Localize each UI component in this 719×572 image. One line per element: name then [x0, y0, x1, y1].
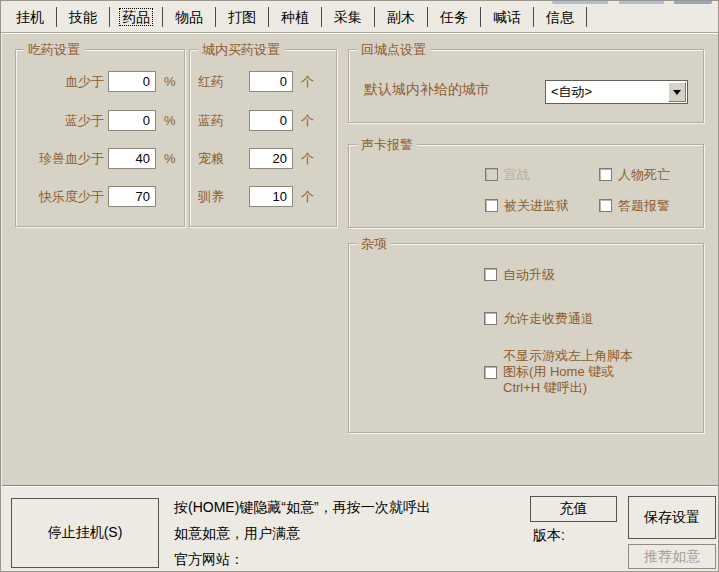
stop-afk-button[interactable]: 停止挂机(S) — [11, 498, 159, 568]
declare-war-checkbox — [485, 168, 498, 181]
hp-less-label: 血少于 — [20, 73, 104, 91]
group-eat-medicine: 吃药设置 血少于 % 蓝少于 % 珍兽血少于 % 快乐度少于 — [15, 49, 185, 227]
auto-levelup-checkbox[interactable] — [484, 268, 497, 281]
recommend-ruyi-button: 推荐如意 — [628, 544, 716, 569]
group-title: 城内买药设置 — [198, 41, 284, 59]
mp-less-label: 蓝少于 — [20, 112, 104, 130]
quiz-alarm-label[interactable]: 答题报警 — [618, 198, 670, 214]
char-death-label[interactable]: 人物死亡 — [618, 167, 670, 183]
tab-guaji[interactable]: 挂机 — [4, 7, 57, 27]
happiness-less-label: 快乐度少于 — [20, 188, 104, 206]
pet-food-unit: 个 — [301, 150, 314, 168]
blue-med-unit: 个 — [301, 112, 314, 130]
red-med-unit: 个 — [301, 73, 314, 91]
default-city-combobox[interactable]: <自动> — [545, 80, 688, 104]
checkbox-row-hide-script-icon[interactable]: 不显示游戏左上角脚本 图标(用 Home 键或 Ctrl+H 键呼出) — [484, 348, 633, 396]
taming-input[interactable] — [249, 186, 293, 207]
mp-less-input[interactable] — [108, 110, 156, 131]
tab-page-yaopin: 吃药设置 血少于 % 蓝少于 % 珍兽血少于 % 快乐度少于 — [2, 34, 718, 486]
blue-med-input[interactable] — [249, 110, 293, 131]
group-buy-medicine: 城内买药设置 红药 个 蓝药 个 宠粮 个 驯养 个 — [189, 49, 337, 227]
group-sound-alarm: 声卡报警 宣战 人物死亡 被关进监狱 答题报警 — [348, 144, 704, 228]
declare-war-label: 宣战 — [504, 167, 530, 183]
group-title: 声卡报警 — [357, 136, 417, 154]
tab-caiji[interactable]: 采集 — [322, 7, 375, 27]
footer-info-text: 按(HOME)键隐藏“如意”，再按一次就呼出 如意如意，用户满意 官方网站： — [174, 494, 431, 572]
happiness-less-input[interactable] — [108, 186, 156, 207]
tab-xinxi[interactable]: 信息 — [534, 7, 587, 27]
auto-levelup-label[interactable]: 自动升级 — [503, 267, 555, 283]
footer-bar: 停止挂机(S) 按(HOME)键隐藏“如意”，再按一次就呼出 如意如意，用户满意… — [2, 488, 718, 572]
info-line-2: 如意如意，用户满意 — [174, 520, 431, 546]
hp-less-unit: % — [164, 74, 176, 89]
hide-script-icon-checkbox[interactable] — [484, 366, 497, 379]
save-settings-button[interactable]: 保存设置 — [628, 496, 716, 539]
red-med-label: 红药 — [198, 73, 226, 91]
char-death-checkbox[interactable] — [599, 168, 612, 181]
toll-passage-label[interactable]: 允许走收费通道 — [503, 311, 594, 327]
tab-renwu[interactable]: 任务 — [428, 7, 481, 27]
group-title: 杂项 — [357, 235, 391, 253]
jailed-label[interactable]: 被关进监狱 — [504, 198, 569, 214]
blue-med-label: 蓝药 — [198, 112, 226, 130]
default-city-label: 默认城内补给的城市 — [364, 81, 490, 99]
checkbox-row-declare-war: 宣战 — [485, 167, 530, 183]
group-misc: 杂项 自动升级 允许走收费通道 不显示游戏左上角脚本 图标(用 Home 键或 … — [348, 243, 704, 433]
checkbox-row-char-death[interactable]: 人物死亡 — [599, 167, 670, 183]
app-window: 挂机 技能 药品 物品 打图 种植 采集 副木 任务 喊话 信息 吃药设置 血少… — [0, 0, 719, 572]
pet-hp-less-input[interactable] — [108, 148, 156, 169]
red-med-input[interactable] — [249, 71, 293, 92]
checkbox-row-quiz-alarm[interactable]: 答题报警 — [599, 198, 670, 214]
tab-zhongzhi[interactable]: 种植 — [269, 7, 322, 27]
pet-food-label: 宠粮 — [198, 150, 226, 168]
recharge-button[interactable]: 充值 — [530, 496, 617, 522]
tab-jineng[interactable]: 技能 — [57, 7, 110, 27]
group-title: 吃药设置 — [24, 41, 84, 59]
window-controls-fragment — [552, 1, 712, 4]
tab-fumu[interactable]: 副木 — [375, 7, 428, 27]
tab-bar: 挂机 技能 药品 物品 打图 种植 采集 副木 任务 喊话 信息 — [4, 5, 587, 29]
info-line-3: 官方网站： — [174, 546, 431, 572]
hp-less-input[interactable] — [108, 71, 156, 92]
tab-datu[interactable]: 打图 — [216, 7, 269, 27]
tab-wupin[interactable]: 物品 — [163, 7, 216, 27]
taming-label: 驯养 — [198, 188, 226, 206]
group-return-city: 回城点设置 默认城内补给的城市 <自动> — [348, 49, 704, 123]
info-line-1: 按(HOME)键隐藏“如意”，再按一次就呼出 — [174, 494, 431, 520]
checkbox-row-auto-levelup[interactable]: 自动升级 — [484, 267, 555, 283]
toll-passage-checkbox[interactable] — [484, 312, 497, 325]
taming-unit: 个 — [301, 188, 314, 206]
checkbox-row-jailed[interactable]: 被关进监狱 — [485, 198, 569, 214]
pet-hp-less-unit: % — [164, 151, 176, 166]
checkbox-row-toll-passage[interactable]: 允许走收费通道 — [484, 311, 594, 327]
hide-script-icon-label[interactable]: 不显示游戏左上角脚本 图标(用 Home 键或 Ctrl+H 键呼出) — [503, 348, 633, 396]
combobox-drop-button[interactable] — [668, 82, 686, 102]
mp-less-unit: % — [164, 113, 176, 128]
chevron-down-icon — [673, 90, 681, 95]
jailed-checkbox[interactable] — [485, 199, 498, 212]
version-label: 版本: — [533, 527, 565, 545]
group-title: 回城点设置 — [357, 41, 430, 59]
tab-yaopin[interactable]: 药品 — [110, 7, 163, 27]
combobox-value: <自动> — [546, 83, 668, 101]
tab-hanhua[interactable]: 喊话 — [481, 7, 534, 27]
quiz-alarm-checkbox[interactable] — [599, 199, 612, 212]
pet-food-input[interactable] — [249, 148, 293, 169]
pet-hp-less-label: 珍兽血少于 — [20, 150, 104, 168]
